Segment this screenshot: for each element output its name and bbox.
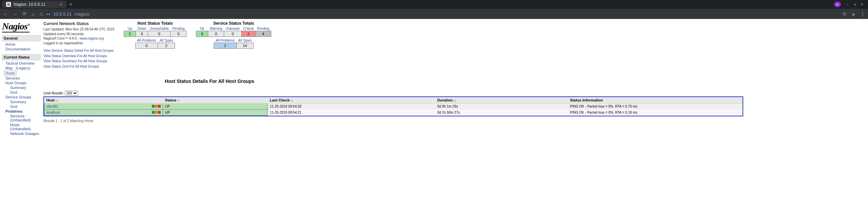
forward-icon[interactable]: → [13, 11, 18, 17]
status-info-block: Current Network Status Last Updated: Mon… [43, 21, 114, 69]
host-totals-pending[interactable]: 0 [171, 31, 186, 37]
svc-totals-header-pending[interactable]: Pending [257, 27, 270, 30]
host-totals-all-problems[interactable]: 0 [135, 43, 158, 49]
network-status-title: Current Network Status [43, 21, 114, 26]
nav-servicegroups-grid[interactable]: Grid [10, 105, 17, 109]
tab-bar: N Nagios: 10.5.5.11 × + ∞ － + × [0, 0, 868, 9]
nav-hosts[interactable]: Hosts [5, 71, 15, 75]
svc-totals-critical[interactable]: 2 [241, 31, 255, 37]
sort-icon[interactable]: ↑↓ [453, 99, 456, 102]
host-action-icons[interactable] [152, 105, 161, 108]
svc-totals-header-ok[interactable]: Ok [200, 27, 204, 30]
extensions-overflow-icon[interactable]: » [852, 11, 855, 17]
nav-hosts-unhandled[interactable]: Hosts (Unhandled) [10, 123, 31, 131]
page: Nagios® General Home Documentation Curre… [0, 19, 868, 138]
logged-in-user: nagiosadmin [64, 41, 83, 45]
svc-totals-ok[interactable]: 8 [196, 31, 208, 37]
host-totals-down[interactable]: 0 [136, 31, 148, 37]
results-summary: Results 1 - 2 of 2 Matching Hosts [43, 119, 865, 123]
last-check-cell: 11-25-2019 09:54:21 [268, 110, 435, 116]
host-totals-unreachable[interactable]: 0 [148, 31, 171, 37]
svc-totals-header-unknown[interactable]: Unknown [226, 27, 240, 30]
nav-network-outages[interactable]: Network Outages [10, 132, 39, 136]
extension-icon[interactable]: ∞ [834, 2, 841, 7]
maximize-icon[interactable]: + [854, 2, 856, 7]
host-totals-header-down[interactable]: Down [138, 27, 146, 30]
host-link[interactable]: localhost [46, 111, 60, 114]
svc-totals-header-critical[interactable]: Critical [243, 27, 254, 30]
nagios-org-link[interactable]: www.nagios.org [80, 37, 104, 40]
nav-services-unhandled[interactable]: Services (Unhandled) [10, 114, 31, 122]
nav-home[interactable]: Home [5, 42, 15, 46]
svc-totals-all-problems[interactable]: 2 [214, 43, 236, 49]
svc-totals-unknown[interactable]: 0 [224, 31, 242, 37]
host-totals-up[interactable]: 2 [124, 31, 136, 37]
nagios-logo[interactable]: Nagios® [2, 21, 29, 32]
col-duration[interactable]: Duration↑↓ [435, 97, 568, 104]
host-totals-title: Host Status Totals [124, 21, 186, 26]
menu-icon[interactable]: ⋮ [860, 11, 865, 17]
sort-icon[interactable]: ↑↓ [177, 99, 180, 102]
svc-totals-all-types[interactable]: 14 [236, 43, 253, 49]
minimize-icon[interactable]: － [845, 1, 850, 7]
nav-map-legacy[interactable]: (Legacy) [16, 66, 31, 70]
link-status-overview[interactable]: View Status Overview For All Host Groups [43, 54, 107, 58]
nav-map[interactable]: Map [5, 66, 13, 70]
limit-label: Limit Results: [43, 91, 64, 95]
address-bar: ← → ⟳ ⌂ ⚠ ⊶ 10.5.5.11/nagios/ ☆ » ⋮ [0, 9, 868, 19]
host-totals-header-pending[interactable]: Pending [172, 27, 185, 30]
reload-icon[interactable]: ⟳ [22, 11, 27, 17]
host-totals-header-up[interactable]: Up [128, 27, 132, 30]
host-totals-all-types[interactable]: 2 [158, 43, 175, 49]
status-cell: UP [163, 110, 268, 116]
nav-hostgroups-grid[interactable]: Grid [10, 90, 17, 94]
sort-icon[interactable]: ↑↓ [290, 99, 293, 102]
col-last-check[interactable]: Last Check↑↓ [268, 97, 435, 104]
host-status-totals: Host Status Totals Up Down Unreachable P… [124, 21, 186, 49]
close-tab-icon[interactable]: × [60, 2, 62, 7]
nav-hostgroups-summary[interactable]: Summary [10, 86, 26, 90]
new-tab-button[interactable]: + [69, 1, 72, 7]
host-totals-header-unreachable[interactable]: Unreachable [150, 27, 169, 30]
nav-servicegroups-summary[interactable]: Summary [10, 100, 26, 104]
browser-tab[interactable]: N Nagios: 10.5.5.11 × [2, 1, 66, 8]
duration-cell: 0d 0h 1m 29s [435, 104, 568, 110]
host-totals-header-all-types[interactable]: All Types [159, 39, 173, 42]
limit-select[interactable]: 100 [65, 91, 78, 96]
link-service-status-detail[interactable]: View Service Status Detail For All Host … [43, 49, 114, 52]
back-icon[interactable]: ← [3, 11, 8, 17]
sidebar: Nagios® General Home Documentation Curre… [0, 19, 41, 138]
nav-host-groups[interactable]: Host Groups [5, 81, 26, 85]
nav-problems[interactable]: Problems [5, 109, 22, 113]
insecure-icon: ⚠ [39, 12, 43, 17]
col-status-info[interactable]: Status Information [568, 97, 743, 104]
svc-totals-header-all-problems[interactable]: All Problems [216, 39, 235, 42]
svc-totals-header-all-types[interactable]: All Types [238, 39, 252, 42]
svc-totals-header-warning[interactable]: Warning [210, 27, 222, 30]
home-icon[interactable]: ⌂ [32, 11, 35, 17]
url-box[interactable]: ⚠ ⊶ 10.5.5.11/nagios/ [39, 12, 90, 17]
bookmark-icon[interactable]: ☆ [842, 11, 847, 17]
svc-totals-warning[interactable]: 0 [208, 31, 224, 37]
host-totals-header-all-problems[interactable]: All Problems [137, 39, 156, 42]
close-window-icon[interactable]: × [861, 2, 863, 7]
site-info-icon: ⊶ [46, 12, 51, 17]
status-table-wrap: Host↑↓ Status↑↓ Last Check↑↓ Duration↑↓ … [43, 96, 743, 116]
page-title: Host Status Details For All Host Groups [57, 78, 362, 84]
browser-chrome: N Nagios: 10.5.5.11 × + ∞ － + × ← → ⟳ ⌂ … [0, 0, 868, 19]
link-status-summary[interactable]: View Status Summary For All Host Groups [43, 59, 107, 63]
nav-service-groups[interactable]: Service Groups [5, 95, 31, 99]
host-action-icons[interactable] [152, 111, 161, 114]
nav-tactical-overview[interactable]: Tactical Overview [5, 61, 35, 65]
host-link[interactable]: client01 [46, 105, 58, 108]
sort-icon[interactable]: ↑↓ [55, 99, 58, 102]
tab-title: Nagios: 10.5.5.11 [14, 2, 45, 7]
link-status-grid[interactable]: View Status Grid For All Host Groups [43, 65, 99, 68]
nav-services[interactable]: Services [5, 76, 20, 80]
limit-results: Limit Results: 100 [43, 91, 865, 96]
svc-totals-pending[interactable]: 4 [255, 31, 271, 37]
service-totals-title: Service Status Totals [196, 21, 271, 26]
col-status[interactable]: Status↑↓ [163, 97, 268, 104]
col-host[interactable]: Host↑↓ [44, 97, 163, 104]
nav-documentation[interactable]: Documentation [5, 47, 31, 51]
